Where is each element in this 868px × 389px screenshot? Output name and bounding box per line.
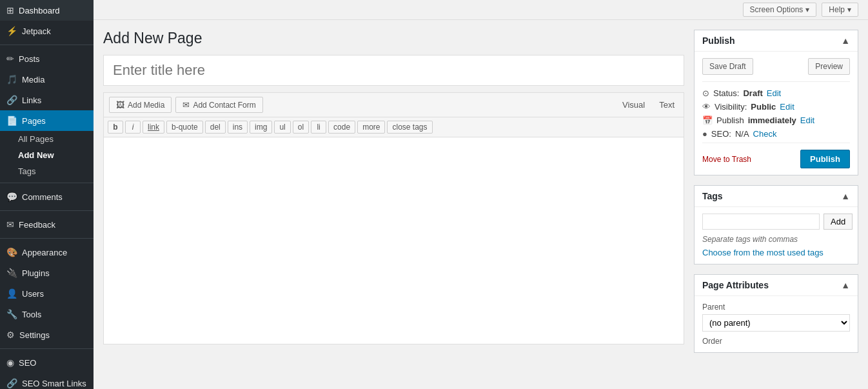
- publish-edit-link[interactable]: Edit: [800, 115, 814, 125]
- tags-choose-link[interactable]: Choose from the most used tags: [702, 248, 824, 257]
- sidebar-item-seo-smart-links[interactable]: 🔗 SEO Smart Links: [0, 373, 94, 389]
- sidebar-sub-all-pages[interactable]: All Pages: [0, 131, 94, 147]
- add-media-button[interactable]: 🖼 Add Media: [109, 97, 172, 113]
- posts-icon: ✏: [6, 54, 14, 64]
- dashboard-icon: ⊞: [6, 5, 14, 15]
- sidebar-item-pages[interactable]: 📄 Pages: [0, 110, 94, 131]
- visual-tab[interactable]: Visual: [618, 97, 649, 112]
- status-edit-link[interactable]: Edit: [767, 88, 781, 98]
- sidebar-item-feedback[interactable]: ✉ Feedback: [0, 214, 94, 235]
- jetpack-icon: ⚡: [6, 26, 17, 36]
- format-ol[interactable]: ol: [293, 121, 309, 134]
- right-sidebar: Publish ▲ Save Draft Preview ⊙ Status: D…: [694, 20, 868, 389]
- sidebar-item-posts[interactable]: ✏ Posts: [0, 48, 94, 69]
- visibility-value: Public: [751, 102, 776, 112]
- topbar: Screen Options ▾ Help ▾: [94, 0, 868, 20]
- visibility-edit-link[interactable]: Edit: [780, 102, 794, 112]
- sidebar: ⊞ Dashboard ⚡ Jetpack ✏ Posts 🎵 Media 🔗 …: [0, 0, 94, 389]
- tags-box: Tags ▲ Add Separate tags with commas Cho…: [694, 185, 858, 264]
- format-img[interactable]: img: [250, 121, 272, 134]
- format-bquote[interactable]: b-quote: [166, 121, 203, 134]
- tools-icon: 🔧: [6, 309, 17, 319]
- sidebar-sub-add-new[interactable]: Add New: [0, 147, 94, 163]
- add-media-icon: 🖼: [116, 100, 124, 110]
- add-contact-form-button[interactable]: ✉ Add Contact Form: [175, 97, 262, 113]
- tags-toggle-arrow[interactable]: ▲: [841, 191, 850, 201]
- parent-select[interactable]: (no parent): [702, 314, 850, 332]
- format-link[interactable]: link: [143, 121, 164, 134]
- sidebar-item-plugins[interactable]: 🔌 Plugins: [0, 263, 94, 283]
- format-li[interactable]: li: [311, 121, 326, 134]
- editor-body[interactable]: [104, 137, 684, 344]
- sidebar-item-seo[interactable]: ◉ SEO: [0, 352, 94, 373]
- preview-button[interactable]: Preview: [808, 58, 850, 75]
- format-close-tags[interactable]: close tags: [387, 121, 432, 134]
- page-attributes-toggle-arrow[interactable]: ▲: [841, 280, 850, 290]
- links-icon: 🔗: [6, 95, 17, 105]
- tags-input[interactable]: [702, 214, 820, 230]
- plugins-icon: 🔌: [6, 268, 17, 278]
- sidebar-label: Posts: [19, 54, 40, 64]
- pages-icon: 📄: [6, 115, 17, 126]
- settings-icon: ⚙: [6, 330, 15, 340]
- comments-icon: 💬: [6, 192, 17, 202]
- sidebar-divider-5: [0, 348, 94, 349]
- sidebar-label: Feedback: [19, 220, 55, 230]
- page-title-input[interactable]: [103, 55, 684, 86]
- editor-section: Add New Page 🖼 Add Media ✉ Add Contact F…: [94, 20, 694, 389]
- screen-options-button[interactable]: Screen Options ▾: [743, 3, 817, 17]
- format-code[interactable]: code: [328, 121, 355, 134]
- view-toggle: Visual Text: [618, 97, 678, 112]
- publish-seo-row: ● SEO: N/A Check: [702, 129, 850, 139]
- sidebar-divider-2: [0, 183, 94, 183]
- tags-input-row: Add: [702, 214, 850, 230]
- sidebar-item-jetpack[interactable]: ⚡ Jetpack: [0, 21, 94, 41]
- publish-button[interactable]: Publish: [800, 150, 850, 168]
- sidebar-item-appearance[interactable]: 🎨 Appearance: [0, 242, 94, 263]
- editor-media-buttons: 🖼 Add Media ✉ Add Contact Form: [109, 97, 263, 113]
- appearance-icon: 🎨: [6, 247, 17, 257]
- sidebar-item-settings[interactable]: ⚙ Settings: [0, 324, 94, 345]
- format-bold[interactable]: b: [108, 121, 123, 134]
- format-ins[interactable]: ins: [228, 121, 248, 134]
- sidebar-label: SEO: [19, 358, 36, 368]
- publish-toggle-arrow[interactable]: ▲: [841, 35, 850, 46]
- format-more[interactable]: more: [357, 121, 385, 134]
- screen-options-arrow: ▾: [805, 5, 809, 14]
- format-italic[interactable]: i: [125, 121, 141, 134]
- tags-add-button[interactable]: Add: [824, 214, 853, 230]
- publish-visibility-row: 👁 Visibility: Public Edit: [702, 102, 850, 112]
- sidebar-label: Tools: [22, 310, 41, 319]
- seo-icon: ◉: [6, 357, 14, 368]
- seo-check-link[interactable]: Check: [753, 129, 777, 139]
- sidebar-item-links[interactable]: 🔗 Links: [0, 90, 94, 110]
- editor-wrapper: 🖼 Add Media ✉ Add Contact Form Visual Te…: [103, 92, 684, 344]
- save-draft-button[interactable]: Save Draft: [702, 58, 753, 75]
- sidebar-item-dashboard[interactable]: ⊞ Dashboard: [0, 0, 94, 21]
- publish-box-header: Publish ▲: [695, 30, 858, 52]
- help-arrow: ▾: [847, 5, 851, 14]
- format-del[interactable]: del: [205, 121, 226, 134]
- publish-box: Publish ▲ Save Draft Preview ⊙ Status: D…: [694, 30, 858, 175]
- page-attributes-title: Page Attributes: [702, 280, 769, 290]
- users-icon: 👤: [6, 288, 17, 299]
- sidebar-label: Pages: [22, 116, 46, 126]
- add-media-label: Add Media: [128, 101, 164, 110]
- sidebar-item-users[interactable]: 👤 Users: [0, 283, 94, 304]
- publish-box-title: Publish: [702, 35, 735, 46]
- text-tab[interactable]: Text: [655, 97, 678, 112]
- sidebar-item-media[interactable]: 🎵 Media: [0, 69, 94, 90]
- help-button[interactable]: Help ▾: [822, 3, 858, 17]
- sidebar-item-tools[interactable]: 🔧 Tools: [0, 304, 94, 324]
- tags-box-body: Add Separate tags with commas Choose fro…: [695, 207, 858, 264]
- seo-label: SEO:: [711, 129, 731, 139]
- sidebar-sub-tags[interactable]: Tags: [0, 163, 94, 179]
- publish-status-row: ⊙ Status: Draft Edit: [702, 88, 850, 98]
- format-ul[interactable]: ul: [274, 121, 290, 134]
- page-attributes-box: Page Attributes ▲ Parent (no parent) Ord…: [694, 274, 858, 353]
- sidebar-label: Comments: [22, 192, 63, 202]
- add-contact-form-label: Add Contact Form: [193, 101, 255, 110]
- move-to-trash-link[interactable]: Move to Trash: [702, 155, 751, 164]
- page-title: Add New Page: [103, 30, 684, 47]
- sidebar-item-comments[interactable]: 💬 Comments: [0, 186, 94, 207]
